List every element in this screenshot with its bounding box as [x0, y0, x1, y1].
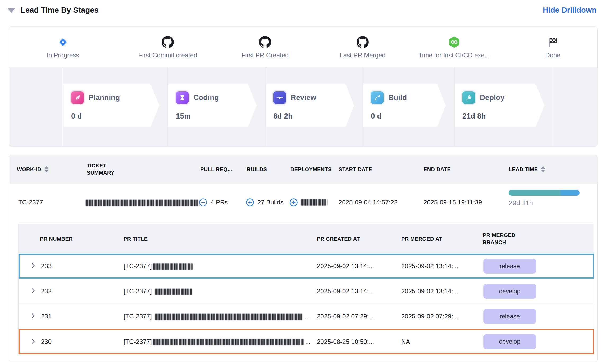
builds-cell[interactable]: 27 Builds	[246, 198, 284, 207]
end-date: 2025-09-15 19:11:39	[423, 199, 482, 206]
chevron-right-icon[interactable]	[30, 312, 37, 320]
col-pr-number: PR NUMBER	[40, 236, 73, 242]
lead-time-dashboard: Lead Time By Stages Hide Drilldown In Pr…	[0, 0, 606, 364]
redacted-text	[153, 263, 193, 270]
pull-requests-cell[interactable]: 4 PRs	[199, 198, 228, 207]
work-id: TC-2377	[18, 199, 43, 206]
pr-title-ellipsis: ...	[305, 338, 311, 345]
col-label: LEAD TIME	[509, 166, 538, 172]
hide-drilldown-link[interactable]: Hide Drilldown	[543, 6, 596, 15]
review-icon	[273, 91, 286, 104]
stage-duration: 0 d	[71, 112, 159, 120]
work-item-row: TC-2377 4 PRs 27 Builds 2025-09-04 14:57…	[9, 184, 597, 221]
chevron-right-icon[interactable]	[30, 338, 37, 346]
branch-badge: release	[483, 259, 536, 274]
divider	[363, 67, 363, 147]
stage-track: Planning 0 d Coding 15m Revi	[9, 67, 597, 147]
col-pr-merged-at: PR MERGED AT	[401, 236, 442, 242]
divider	[63, 67, 63, 147]
stage-card-coding[interactable]: Coding 15m	[168, 84, 257, 127]
pr-title: [TC-2377]	[124, 262, 193, 270]
col-ticket-summary: TICKET SUMMARY	[87, 162, 133, 176]
stage-name: Build	[388, 93, 407, 102]
pr-title-prefix: [TC-2377]	[124, 338, 152, 345]
col-pull-requests: PULL REQ...	[200, 166, 232, 172]
col-pr-merged-branch: PR MERGED BRANCH	[483, 232, 528, 246]
pr-merged-at: 2025-09-02 13:14:...	[401, 288, 458, 295]
jira-icon	[10, 35, 116, 49]
chevron-right-icon[interactable]	[30, 262, 37, 270]
milestone-label: In Progress	[10, 52, 116, 59]
redacted-text	[155, 314, 303, 320]
stages-panel: In Progress First Commit created First P…	[9, 26, 598, 147]
col-pr-title: PR TITLE	[124, 236, 148, 242]
milestone-last-pr-merged: Last PR Merged	[310, 35, 416, 59]
stage-card-planning[interactable]: Planning 0 d	[64, 84, 159, 127]
stage-duration: 8d 2h	[273, 112, 354, 120]
collapse-caret-icon[interactable]	[8, 8, 15, 13]
stage-card-deploy[interactable]: Deploy 21d 8h	[455, 84, 544, 127]
pr-row-230[interactable]: 230 [TC-2377]... 2025-08-25 10:50:... NA…	[19, 329, 594, 354]
chevron-right-icon[interactable]	[30, 287, 37, 295]
pr-title-prefix: [TC-2377]	[124, 313, 152, 320]
redacted-text	[86, 200, 199, 206]
lead-time-bar-segment	[561, 190, 580, 196]
page-title: Lead Time By Stages	[21, 6, 99, 15]
col-work-id[interactable]: WORK-ID	[17, 166, 49, 172]
stage-card-build[interactable]: Build 0 d	[363, 84, 446, 127]
stage-name: Deploy	[480, 93, 504, 102]
pr-number: 230	[41, 338, 52, 345]
milestone-done: Done	[500, 35, 606, 59]
milestone-label: First Commit created	[115, 52, 221, 59]
branch-badge: develop	[483, 334, 536, 349]
stage-duration: 0 d	[371, 112, 446, 120]
col-deployments: DEPLOYMENTS	[290, 166, 332, 172]
milestone-first-pr: First PR Created	[212, 35, 318, 59]
pr-created-at: 2025-09-02 13:14:...	[317, 262, 374, 270]
pr-title-ellipsis: ...	[305, 313, 310, 320]
stage-name: Planning	[89, 93, 120, 102]
col-label: WORK-ID	[17, 166, 41, 172]
pr-created-at: 2025-09-02 13:14:...	[317, 288, 374, 295]
milestone-cicd: Time for first CI/CD exe...	[401, 35, 507, 59]
pr-created-at: 2025-08-25 10:50:...	[317, 338, 374, 345]
branch-badge: develop	[483, 284, 536, 299]
milestone-label: Last PR Merged	[310, 52, 416, 59]
pr-row-231[interactable]: 231 [TC-2377]... 2025-09-02 07:29:... 20…	[19, 304, 594, 329]
milestone-label: Time for first CI/CD exe...	[401, 52, 507, 59]
expand-circle-icon	[246, 198, 254, 207]
milestone-label: Done	[500, 52, 606, 59]
divider	[168, 67, 168, 147]
deployments-cell[interactable]	[289, 198, 327, 207]
start-date: 2025-09-04 14:57:22	[339, 199, 398, 206]
pr-row-232[interactable]: 232 [TC-2377] 2025-09-02 13:14:... 2025-…	[19, 279, 594, 304]
pr-table: PR NUMBER PR TITLE PR CREATED AT PR MERG…	[18, 224, 594, 354]
pr-table-header: PR NUMBER PR TITLE PR CREATED AT PR MERG…	[19, 224, 594, 254]
cicd-icon	[401, 35, 507, 49]
pr-merged-at: NA	[401, 338, 410, 345]
pr-row-233[interactable]: 233 [TC-2377] 2025-09-02 13:14:... 2025-…	[19, 254, 594, 279]
work-table-header: WORK-ID TICKET SUMMARY PULL REQ... BUILD…	[9, 155, 597, 184]
col-builds: BUILDS	[247, 166, 267, 172]
ticket-summary	[86, 199, 199, 206]
deploy-icon	[462, 91, 475, 104]
col-start-date: START DATE	[339, 166, 372, 172]
divider	[265, 67, 265, 147]
expand-circle-icon	[289, 198, 298, 207]
github-icon	[115, 35, 221, 49]
section-header: Lead Time By Stages Hide Drilldown	[8, 3, 596, 17]
sort-icon[interactable]	[541, 166, 545, 172]
pr-number: 231	[41, 313, 52, 320]
col-lead-time[interactable]: LEAD TIME	[509, 166, 545, 172]
planning-icon	[71, 91, 84, 104]
stage-card-review[interactable]: Review 8d 2h	[266, 84, 354, 127]
stage-duration: 15m	[176, 112, 257, 120]
pr-title: [TC-2377]...	[124, 313, 310, 320]
pr-title-prefix: [TC-2377]	[124, 288, 152, 295]
build-count: 27 Builds	[257, 199, 284, 206]
col-pr-created-at: PR CREATED AT	[317, 236, 360, 242]
pr-number: 233	[41, 262, 52, 270]
pr-title-prefix: [TC-2377]	[124, 262, 152, 270]
sort-icon[interactable]	[44, 166, 49, 172]
lead-time-bar-segment	[509, 190, 561, 196]
